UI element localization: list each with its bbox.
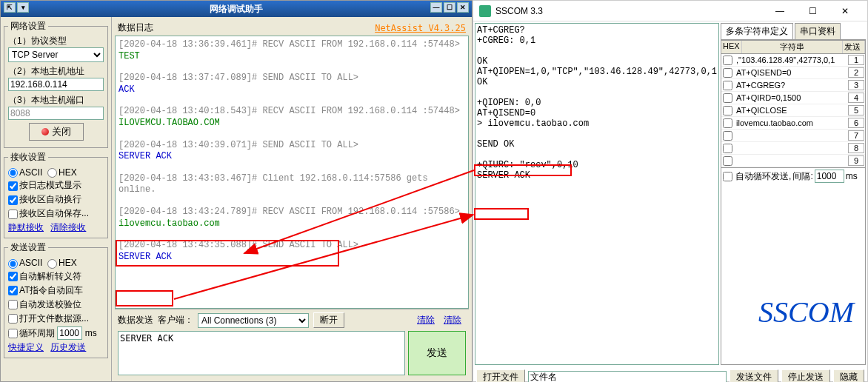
log-title: 数据日志 bbox=[118, 21, 153, 34]
macro-send-button[interactable]: 8 bbox=[848, 143, 864, 153]
proto-select[interactable]: TCP Server bbox=[8, 47, 104, 62]
macro-send-button[interactable]: 4 bbox=[848, 93, 864, 103]
macro-hex-check[interactable] bbox=[723, 68, 732, 78]
opt-atcr[interactable] bbox=[8, 286, 18, 295]
tab-portinfo[interactable]: 串口资料 bbox=[795, 23, 841, 39]
opt-escape[interactable] bbox=[8, 272, 18, 281]
macro-string[interactable]: AT+QIRD=0,1500 bbox=[735, 93, 847, 102]
send-button[interactable]: 发送 bbox=[408, 331, 466, 375]
quick-def-link[interactable]: 快捷定义 bbox=[8, 342, 44, 352]
filename-input[interactable] bbox=[528, 371, 727, 383]
disconnect-button[interactable]: 断开 bbox=[313, 312, 344, 328]
stop-send-button[interactable]: 停止发送 bbox=[781, 369, 830, 382]
macro-hex-check[interactable] bbox=[723, 156, 732, 166]
menu-icon[interactable]: ▾ bbox=[17, 2, 29, 13]
close-server-button[interactable]: 关闭 bbox=[29, 123, 84, 141]
macro-send-button[interactable]: 3 bbox=[848, 80, 864, 90]
macro-row: ,"103.46.128.49",42773,0,11 bbox=[721, 54, 865, 67]
max-icon[interactable]: ☐ bbox=[444, 2, 455, 13]
network-settings-legend: 网络设置 bbox=[8, 20, 48, 33]
netassist-version[interactable]: NetAssist V4.3.25 bbox=[375, 23, 466, 33]
network-settings: 网络设置 （1）协议类型 TCP Server （2）本地主机地址 （3）本地主… bbox=[4, 20, 108, 148]
opt-logmode[interactable] bbox=[8, 181, 18, 191]
app-icon bbox=[479, 5, 491, 17]
recv-hex-radio[interactable] bbox=[47, 168, 57, 178]
opt-autowrap[interactable] bbox=[8, 195, 18, 205]
send-textarea[interactable]: SERVER ACK bbox=[118, 331, 405, 375]
macro-row: AT+QIRD=0,15004 bbox=[721, 92, 865, 104]
titlebar: ⇱ ▾ 网络调试助手 — ☐ ✕ bbox=[1, 1, 472, 17]
send-ascii-radio[interactable] bbox=[8, 259, 18, 269]
open-file-button[interactable]: 打开文件 bbox=[476, 369, 525, 382]
clear-link-2[interactable]: 清除 bbox=[444, 314, 461, 326]
opt-filesrc[interactable] bbox=[8, 314, 18, 324]
macro-send-button[interactable]: 2 bbox=[848, 67, 864, 78]
close-icon[interactable]: ✕ bbox=[457, 2, 469, 13]
sscom-window: SSCOM 3.3 — ☐ ✕ AT+CGREG? +CGREG: 0,1 OK… bbox=[473, 0, 868, 382]
sscom-titlebar: SSCOM 3.3 — ☐ ✕ bbox=[473, 1, 867, 21]
host-input[interactable] bbox=[8, 78, 104, 91]
macro-row: 8 bbox=[721, 142, 865, 155]
close-button[interactable]: ✕ bbox=[829, 1, 861, 21]
clear-link-1[interactable]: 清除 bbox=[417, 314, 435, 326]
macro-row: AT+CGREG?3 bbox=[721, 79, 865, 92]
macro-send-button[interactable]: 7 bbox=[848, 130, 864, 141]
macro-hex-check[interactable] bbox=[723, 56, 732, 65]
hide-button[interactable]: 隐藏 bbox=[833, 369, 864, 382]
maximize-button[interactable]: ☐ bbox=[796, 1, 829, 21]
pin-icon[interactable]: ⇱ bbox=[4, 2, 16, 13]
client-label: 客户端： bbox=[158, 314, 193, 326]
col-string: 字符串 bbox=[742, 41, 843, 53]
port-input[interactable] bbox=[8, 107, 104, 120]
minimize-button[interactable]: — bbox=[764, 1, 796, 21]
serial-log[interactable]: AT+CGREG? +CGREG: 0,1 OK AT+QIOPEN=1,0,"… bbox=[475, 23, 719, 365]
data-send-label: 数据发送 bbox=[118, 314, 153, 326]
loop-interval-input[interactable] bbox=[815, 170, 844, 183]
sscom-title: SSCOM 3.3 bbox=[495, 6, 543, 16]
connection-select[interactable]: All Connections (3) bbox=[198, 313, 309, 328]
recv-legend: 接收设置 bbox=[8, 151, 48, 164]
macro-string[interactable]: AT+CGREG? bbox=[735, 81, 847, 90]
log-area[interactable]: [2020-04-18 13:36:39.461]# RECV ASCII FR… bbox=[115, 36, 469, 309]
send-hex-radio[interactable] bbox=[47, 259, 57, 269]
recv-ascii-radio[interactable] bbox=[8, 168, 18, 178]
opt-autosave[interactable] bbox=[8, 210, 18, 219]
macro-hex-check[interactable] bbox=[723, 81, 732, 90]
macro-string[interactable]: ilovemcu.taobao.com bbox=[735, 118, 847, 127]
netassist-window: ⇱ ▾ 网络调试助手 — ☐ ✕ 网络设置 （1）协议类型 TCP Server… bbox=[0, 0, 473, 382]
macro-string[interactable]: AT+QISEND=0 bbox=[735, 68, 847, 77]
silent-link[interactable]: 静默接收 bbox=[8, 222, 44, 232]
macro-send-button[interactable]: 6 bbox=[848, 118, 864, 128]
min-icon[interactable]: — bbox=[430, 2, 442, 13]
macro-string[interactable]: ,"103.46.128.49",42773,0,1 bbox=[735, 56, 847, 64]
loop-period-input[interactable] bbox=[57, 326, 82, 340]
sscom-controls: 打开文件 发送文件 停止发送 隐藏 串口号 COM3 关闭串口 帮助 保存窗口 … bbox=[473, 366, 867, 382]
macro-row: 9 bbox=[721, 155, 865, 167]
history-link[interactable]: 历史发送 bbox=[50, 342, 86, 352]
macro-send-button[interactable]: 9 bbox=[848, 155, 864, 166]
opt-checksum[interactable] bbox=[8, 300, 18, 309]
port-label: （3）本地主机端口 bbox=[8, 94, 104, 107]
tab-macros[interactable]: 多条字符串定义 bbox=[721, 23, 793, 39]
send-file-button[interactable]: 发送文件 bbox=[730, 369, 778, 382]
auto-loop-check[interactable] bbox=[723, 172, 732, 181]
host-label: （2）本地主机地址 bbox=[8, 65, 104, 78]
macro-row: AT+QICLOSE5 bbox=[721, 104, 865, 117]
macro-row: ilovemcu.taobao.com6 bbox=[721, 117, 865, 130]
macro-row: AT+QISEND=02 bbox=[721, 67, 865, 79]
clear-recv-link[interactable]: 清除接收 bbox=[50, 222, 86, 232]
macro-hex-check[interactable] bbox=[723, 144, 732, 153]
recv-settings: 接收设置 ASCII HEX 按日志模式显示 接收区自动换行 接收区自动保存..… bbox=[4, 151, 108, 238]
macro-hex-check[interactable] bbox=[723, 106, 732, 115]
macro-hex-check[interactable] bbox=[723, 131, 732, 141]
macro-string[interactable]: AT+QICLOSE bbox=[735, 106, 847, 115]
col-hex: HEX bbox=[721, 41, 742, 53]
send-settings: 发送设置 ASCII HEX 自动解析转义符 AT指令自动回车 自动发送校验位 … bbox=[4, 241, 108, 358]
macro-send-button[interactable]: 5 bbox=[848, 105, 864, 115]
macro-hex-check[interactable] bbox=[723, 93, 732, 103]
record-icon bbox=[41, 128, 49, 135]
macro-send-button[interactable]: 1 bbox=[848, 55, 864, 65]
proto-label: （1）协议类型 bbox=[8, 35, 104, 47]
macro-hex-check[interactable] bbox=[723, 118, 732, 128]
opt-loop[interactable] bbox=[8, 329, 18, 338]
